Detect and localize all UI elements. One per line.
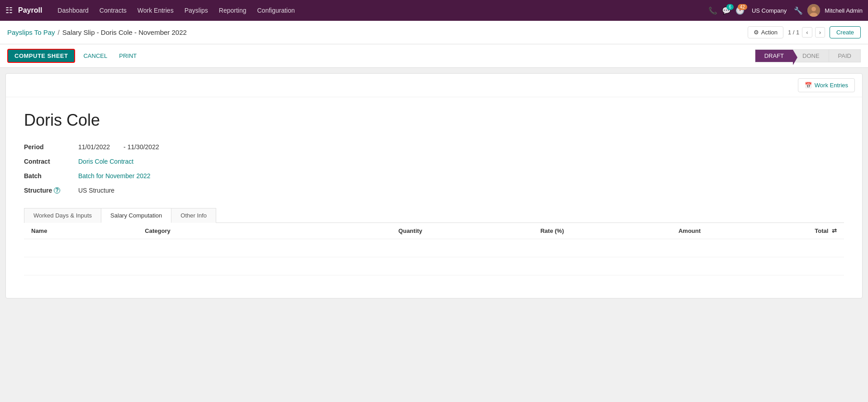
table-row <box>24 257 844 275</box>
period-range: 11/01/2022 - 11/30/2022 <box>78 143 159 151</box>
compute-sheet-button[interactable]: COMPUTE SHEET <box>7 49 75 63</box>
salary-table: Name Category Quantity Rate (%) Amount T… <box>24 223 844 275</box>
table-body <box>24 239 844 275</box>
form-content: Doris Cole Period 11/01/2022 - 11/30/202… <box>6 97 862 298</box>
tab-salary-computation[interactable]: Salary Computation <box>101 208 171 223</box>
status-draft[interactable]: DRAFT <box>755 49 793 62</box>
table-header-row: Name Category Quantity Rate (%) Amount T… <box>24 223 844 239</box>
structure-help-icon[interactable]: ? <box>54 187 60 194</box>
top-navigation: ☷ Payroll Dashboard Contracts Work Entri… <box>0 0 868 21</box>
toolbar-right: ⚙ Action 1 / 1 ‹ › Create <box>748 26 861 38</box>
secondary-toolbar: Payslips To Pay / Salary Slip - Doris Co… <box>0 21 868 44</box>
print-button[interactable]: PRINT <box>115 50 140 62</box>
tab-worked-days[interactable]: Worked Days & Inputs <box>24 208 101 223</box>
table-row <box>24 239 844 257</box>
col-total: Total ⇄ <box>708 223 844 239</box>
breadcrumb: Payslips To Pay / Salary Slip - Doris Co… <box>7 28 742 36</box>
col-quantity: Quantity <box>287 223 430 239</box>
brand-label[interactable]: Payroll <box>18 6 42 14</box>
col-category: Category <box>138 223 286 239</box>
gear-icon: ⚙ <box>754 29 759 36</box>
user-name[interactable]: Mitchell Admin <box>825 7 863 14</box>
company-name[interactable]: US Company <box>752 7 787 14</box>
col-rate: Rate (%) <box>430 223 571 239</box>
support-icon[interactable]: 📞 <box>708 6 717 15</box>
structure-label: Structure ? <box>24 187 69 194</box>
main-content: 📅 Work Entries Doris Cole Period 11/01/2… <box>0 73 868 298</box>
pagination-count: 1 / 1 <box>788 29 799 36</box>
cancel-button[interactable]: CANCEL <box>80 50 111 62</box>
action-button[interactable]: ⚙ Action <box>748 26 783 38</box>
apps-icon[interactable]: ☷ <box>5 5 13 15</box>
col-amount: Amount <box>571 223 708 239</box>
chat-badge: 6 <box>726 4 734 10</box>
table-container: Name Category Quantity Rate (%) Amount T… <box>24 223 844 284</box>
status-paid[interactable]: PAID <box>829 49 861 62</box>
period-separator: - 11/30/2022 <box>123 143 159 151</box>
svg-point-1 <box>811 7 816 11</box>
tabs: Worked Days & Inputs Salary Computation … <box>24 208 844 223</box>
contract-value[interactable]: Doris Cole Contract <box>78 158 133 165</box>
chat-icon[interactable]: 💬 6 <box>722 6 731 15</box>
period-start[interactable]: 11/01/2022 <box>78 143 110 151</box>
breadcrumb-parent[interactable]: Payslips To Pay <box>7 28 55 36</box>
nav-payslips[interactable]: Payslips <box>180 5 213 16</box>
work-entries-button[interactable]: 📅 Work Entries <box>798 78 855 92</box>
settings-icon[interactable]: 🔧 <box>794 6 803 15</box>
prev-page-button[interactable]: ‹ <box>802 27 812 38</box>
batch-row: Batch Batch for November 2022 <box>24 172 341 180</box>
batch-label: Batch <box>24 172 69 180</box>
breadcrumb-current: Salary Slip - Doris Cole - November 2022 <box>62 28 187 36</box>
status-steps: DRAFT DONE PAID <box>755 49 861 62</box>
contract-label: Contract <box>24 158 69 165</box>
status-done[interactable]: DONE <box>793 49 829 62</box>
period-label: Period <box>24 143 69 151</box>
nav-contracts[interactable]: Contracts <box>95 5 131 16</box>
activity-badge: 42 <box>738 4 747 10</box>
contract-row: Contract Doris Cole Contract <box>24 158 341 165</box>
form-fields: Period 11/01/2022 - 11/30/2022 Contract … <box>24 143 341 194</box>
total-settings-icon[interactable]: ⇄ <box>832 227 837 234</box>
pagination: 1 / 1 ‹ › <box>788 27 825 38</box>
next-page-button[interactable]: › <box>815 27 825 38</box>
avatar[interactable] <box>807 4 820 17</box>
action-bar: COMPUTE SHEET CANCEL PRINT DRAFT DONE PA… <box>0 44 868 68</box>
nav-dashboard[interactable]: Dashboard <box>53 5 93 16</box>
structure-row: Structure ? US Structure <box>24 187 341 194</box>
period-row: Period 11/01/2022 - 11/30/2022 <box>24 143 341 151</box>
top-nav-right: 📞 💬 6 🕐 42 US Company 🔧 Mitchell Admin <box>708 4 863 17</box>
work-entries-label: Work Entries <box>815 82 848 89</box>
batch-value[interactable]: Batch for November 2022 <box>78 172 151 180</box>
employee-name: Doris Cole <box>24 111 844 130</box>
nav-reporting[interactable]: Reporting <box>214 5 251 16</box>
tab-other-info[interactable]: Other Info <box>171 208 216 223</box>
content-area: 📅 Work Entries Doris Cole Period 11/01/2… <box>5 73 863 298</box>
activity-icon[interactable]: 🕐 42 <box>735 6 745 15</box>
action-button-label: Action <box>761 29 778 36</box>
structure-value: US Structure <box>78 187 114 194</box>
breadcrumb-separator: / <box>58 28 60 36</box>
nav-work-entries[interactable]: Work Entries <box>133 5 178 16</box>
status-bar: DRAFT DONE PAID <box>755 49 861 62</box>
create-button[interactable]: Create <box>830 26 861 38</box>
nav-configuration[interactable]: Configuration <box>253 5 299 16</box>
calendar-icon: 📅 <box>805 82 812 89</box>
work-entries-bar: 📅 Work Entries <box>6 74 862 97</box>
col-name: Name <box>24 223 138 239</box>
